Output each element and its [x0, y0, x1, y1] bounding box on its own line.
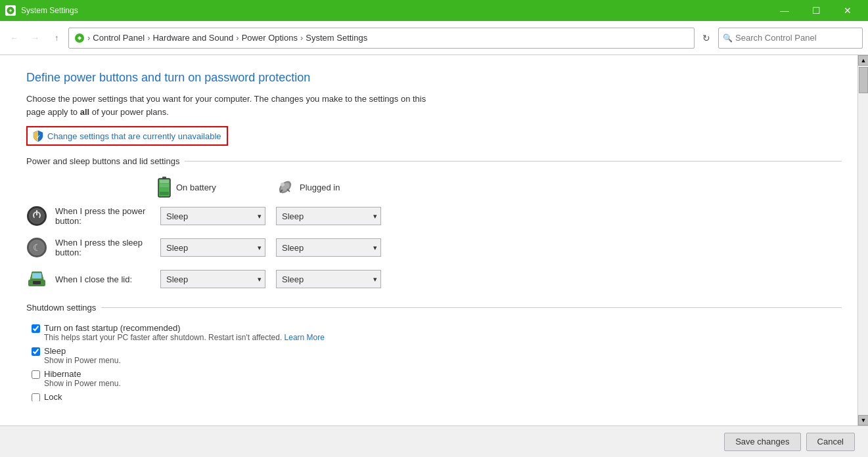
- section-header-shutdown: Shutdown settings: [26, 303, 842, 313]
- search-input[interactable]: [735, 33, 858, 43]
- sleep-battery-dropdown-wrapper: Do nothing Sleep Hibernate Shut down: [160, 238, 265, 257]
- sleep-button-dropdowns: Do nothing Sleep Hibernate Shut down Do …: [160, 238, 381, 257]
- hibernate-title: Hibernate: [44, 369, 121, 379]
- learn-more-link[interactable]: Learn More: [285, 333, 325, 342]
- close-button[interactable]: ✕: [833, 0, 863, 21]
- scrollable-area: Define power buttons and turn on passwor…: [0, 55, 868, 425]
- svg-point-12: [281, 183, 285, 186]
- svg-text:✓: ✓: [36, 134, 41, 140]
- checkbox-row-lock: Lock: [26, 392, 842, 401]
- back-button[interactable]: ←: [5, 29, 24, 47]
- refresh-button[interactable]: ↻: [697, 29, 716, 47]
- col-header-plugged: Plugged in: [276, 178, 394, 196]
- svg-rect-5: [160, 180, 169, 183]
- address-bar: ← → ↑ › Control Panel › Hardware and Sou…: [0, 21, 868, 55]
- breadcrumb-sep-3: ›: [300, 33, 303, 43]
- lid-plugged-dropdown-wrapper: Do nothing Sleep Hibernate Shut down: [276, 270, 381, 288]
- power-plugged-dropdown[interactable]: Do nothing Sleep Hibernate Shut down Tur…: [276, 207, 381, 225]
- hibernate-label[interactable]: Hibernate Show in Power menu.: [32, 369, 842, 388]
- sleep-text: Sleep Show in Power menu.: [44, 346, 121, 365]
- sleep-label[interactable]: Sleep Show in Power menu.: [32, 346, 842, 365]
- fast-startup-desc: This helps start your PC faster after sh…: [44, 333, 325, 342]
- scrollbar-up-button[interactable]: ▲: [858, 55, 868, 66]
- power-sleep-section: Power and sleep buttons and lid settings…: [26, 156, 842, 290]
- lid-icon: [26, 269, 47, 290]
- fast-startup-text: Turn on fast startup (recommended) This …: [44, 323, 325, 342]
- fast-startup-checkbox[interactable]: [32, 324, 40, 333]
- breadcrumb-sep-1: ›: [147, 33, 150, 43]
- footer: Save changes Cancel: [0, 425, 868, 457]
- sleep-desc: Show in Power menu.: [44, 356, 121, 365]
- forward-button[interactable]: →: [26, 29, 45, 47]
- subtitle-text-rest: of your power plans.: [89, 107, 169, 117]
- sleep-plugged-dropdown[interactable]: Do nothing Sleep Hibernate Shut down: [276, 238, 381, 257]
- fast-startup-title: Turn on fast startup (recommended): [44, 323, 325, 333]
- app-icon: [5, 5, 16, 16]
- sleep-button-icon: [26, 237, 47, 258]
- change-settings-text: Change settings that are currently unava…: [47, 131, 221, 141]
- subtitle-text-2: page apply to: [26, 107, 80, 117]
- shield-icon: ✓: [33, 130, 43, 142]
- scrollbar-thumb[interactable]: [859, 67, 868, 93]
- checkbox-row-hibernate: Hibernate Show in Power menu.: [26, 369, 842, 388]
- lock-label[interactable]: Lock: [32, 392, 842, 401]
- lid-battery-dropdown[interactable]: Do nothing Sleep Hibernate Shut down: [160, 270, 265, 288]
- hibernate-text: Hibernate Show in Power menu.: [44, 369, 121, 388]
- breadcrumb-control-panel[interactable]: Control Panel: [93, 33, 145, 43]
- sleep-plugged-dropdown-wrapper: Do nothing Sleep Hibernate Shut down: [276, 238, 381, 257]
- lid-svg: [27, 271, 47, 288]
- title-bar-left: System Settings: [5, 5, 78, 16]
- column-headers: On battery Plugged in: [26, 177, 842, 198]
- col-header-battery-label: On battery: [176, 183, 216, 192]
- subtitle-bold: all: [80, 107, 89, 117]
- lid-label: When I close the lid:: [55, 274, 160, 284]
- page-title: Define power buttons and turn on passwor…: [26, 71, 842, 85]
- checkbox-row-fast-startup: Turn on fast startup (recommended) This …: [26, 323, 842, 342]
- svg-rect-14: [32, 273, 41, 278]
- svg-rect-15: [33, 281, 41, 284]
- lock-checkbox[interactable]: [32, 393, 40, 401]
- maximize-button[interactable]: ☐: [801, 0, 831, 21]
- power-button-icon: [26, 206, 47, 227]
- save-changes-button[interactable]: Save changes: [724, 433, 800, 451]
- power-plugged-dropdown-wrapper: Do nothing Sleep Hibernate Shut down Tur…: [276, 207, 381, 225]
- minimize-button[interactable]: —: [769, 0, 800, 21]
- scrollbar-down-button[interactable]: ▼: [858, 415, 868, 425]
- sleep-battery-dropdown[interactable]: Do nothing Sleep Hibernate Shut down: [160, 238, 265, 257]
- breadcrumb-system-settings[interactable]: System Settings: [306, 33, 367, 43]
- sleep-checkbox[interactable]: [32, 347, 40, 356]
- search-box[interactable]: 🔍: [718, 28, 863, 49]
- col-header-battery: On battery: [158, 177, 276, 198]
- fast-startup-label[interactable]: Turn on fast startup (recommended) This …: [32, 323, 842, 342]
- lock-text: Lock: [44, 392, 62, 401]
- title-text: System Settings: [21, 6, 78, 15]
- breadcrumb-sep-0: ›: [87, 33, 90, 43]
- subtitle-text-1: Choose the power settings that you want …: [26, 94, 426, 104]
- up-button[interactable]: ↑: [47, 29, 66, 47]
- plug-icon: [276, 178, 294, 196]
- svg-rect-8: [160, 192, 169, 195]
- search-icon: 🔍: [723, 33, 733, 43]
- section-header-power: Power and sleep buttons and lid settings: [26, 156, 842, 166]
- svg-rect-6: [160, 184, 169, 187]
- breadcrumb-power[interactable]: Power Options: [242, 33, 298, 43]
- sleep-button-label: When I press the sleep button:: [55, 238, 160, 257]
- power-button-row: When I press the power button: Do nothin…: [26, 206, 842, 227]
- power-battery-dropdown[interactable]: Do nothing Sleep Hibernate Shut down Tur…: [160, 207, 265, 225]
- lid-plugged-dropdown[interactable]: Do nothing Sleep Hibernate Shut down: [276, 270, 381, 288]
- change-settings-link[interactable]: ✓ Change settings that are currently una…: [26, 126, 228, 146]
- breadcrumb-icon: [74, 32, 85, 43]
- power-button-dropdowns: Do nothing Sleep Hibernate Shut down Tur…: [160, 207, 381, 225]
- checkbox-row-sleep: Sleep Show in Power menu.: [26, 346, 842, 365]
- power-button-label: When I press the power button:: [55, 206, 160, 226]
- cancel-button[interactable]: Cancel: [806, 433, 855, 451]
- sleep-title: Sleep: [44, 346, 121, 356]
- svg-rect-7: [160, 188, 169, 191]
- title-bar-controls: — ☐ ✕: [769, 0, 863, 21]
- lock-title: Lock: [44, 392, 62, 401]
- address-path[interactable]: › Control Panel › Hardware and Sound › P…: [68, 28, 695, 49]
- breadcrumb-sep-2: ›: [236, 33, 239, 43]
- page-subtitle: Choose the power settings that you want …: [26, 93, 842, 118]
- breadcrumb-hardware[interactable]: Hardware and Sound: [152, 33, 233, 43]
- hibernate-checkbox[interactable]: [32, 370, 40, 379]
